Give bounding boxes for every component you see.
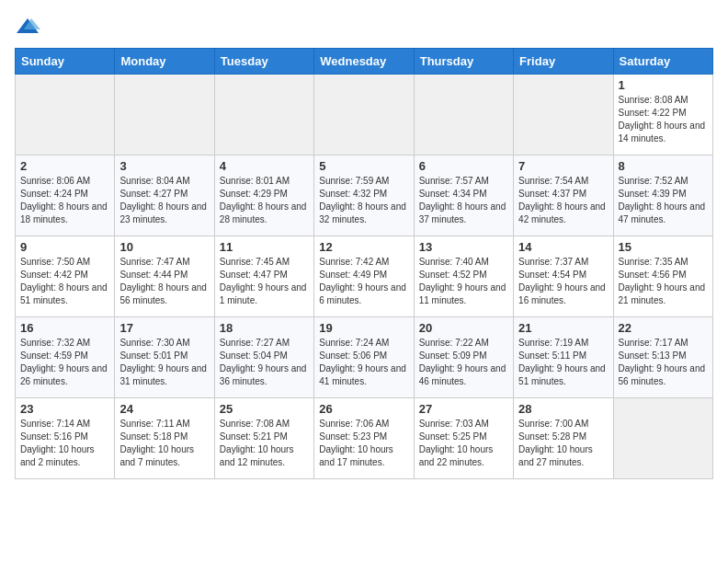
day-info: Sunrise: 7:32 AM Sunset: 4:59 PM Dayligh…: [20, 337, 109, 388]
weekday-header-friday: Friday: [514, 49, 613, 75]
calendar-cell: 15Sunrise: 7:35 AM Sunset: 4:56 PM Dayli…: [613, 236, 712, 317]
weekday-header-thursday: Thursday: [414, 49, 513, 75]
calendar-cell: 2Sunrise: 8:06 AM Sunset: 4:24 PM Daylig…: [16, 155, 115, 236]
day-number: 20: [419, 321, 508, 335]
calendar-cell: [314, 75, 414, 155]
day-info: Sunrise: 7:57 AM Sunset: 4:34 PM Dayligh…: [419, 175, 508, 226]
day-number: 1: [619, 78, 708, 92]
weekday-header-wednesday: Wednesday: [314, 49, 414, 75]
calendar-cell: 27Sunrise: 7:03 AM Sunset: 5:25 PM Dayli…: [414, 398, 513, 479]
calendar-cell: 9Sunrise: 7:50 AM Sunset: 4:42 PM Daylig…: [16, 236, 115, 317]
logo-icon: [15, 15, 40, 40]
day-info: Sunrise: 8:06 AM Sunset: 4:24 PM Dayligh…: [20, 175, 109, 226]
calendar-cell: 13Sunrise: 7:40 AM Sunset: 4:52 PM Dayli…: [414, 236, 513, 317]
day-info: Sunrise: 7:50 AM Sunset: 4:42 PM Dayligh…: [20, 256, 109, 307]
calendar-cell: 22Sunrise: 7:17 AM Sunset: 5:13 PM Dayli…: [613, 317, 712, 398]
calendar-cell: [16, 75, 115, 155]
day-info: Sunrise: 7:00 AM Sunset: 5:28 PM Dayligh…: [518, 418, 608, 469]
day-number: 3: [119, 159, 209, 173]
day-info: Sunrise: 7:27 AM Sunset: 5:04 PM Dayligh…: [220, 337, 309, 388]
day-info: Sunrise: 7:11 AM Sunset: 5:18 PM Dayligh…: [119, 418, 209, 469]
day-number: 15: [619, 240, 708, 254]
day-number: 27: [419, 402, 508, 416]
calendar-table: SundayMondayTuesdayWednesdayThursdayFrid…: [15, 48, 713, 479]
weekday-header-tuesday: Tuesday: [214, 49, 313, 75]
day-number: 8: [619, 159, 708, 173]
day-number: 4: [220, 159, 309, 173]
calendar-cell: 25Sunrise: 7:08 AM Sunset: 5:21 PM Dayli…: [214, 398, 313, 479]
day-info: Sunrise: 7:24 AM Sunset: 5:06 PM Dayligh…: [319, 337, 408, 388]
day-info: Sunrise: 7:42 AM Sunset: 4:49 PM Dayligh…: [319, 256, 408, 307]
day-number: 6: [419, 159, 508, 173]
day-number: 26: [319, 402, 408, 416]
day-info: Sunrise: 7:08 AM Sunset: 5:21 PM Dayligh…: [220, 418, 309, 469]
weekday-header-saturday: Saturday: [613, 49, 712, 75]
calendar-cell: 20Sunrise: 7:22 AM Sunset: 5:09 PM Dayli…: [414, 317, 513, 398]
calendar-cell: 7Sunrise: 7:54 AM Sunset: 4:37 PM Daylig…: [514, 155, 613, 236]
day-number: 13: [419, 240, 508, 254]
day-number: 21: [518, 321, 608, 335]
calendar-cell: 19Sunrise: 7:24 AM Sunset: 5:06 PM Dayli…: [314, 317, 414, 398]
day-info: Sunrise: 7:37 AM Sunset: 4:54 PM Dayligh…: [518, 256, 608, 307]
weekday-header-sunday: Sunday: [16, 49, 115, 75]
calendar-cell: [414, 75, 513, 155]
day-number: 17: [119, 321, 209, 335]
day-info: Sunrise: 7:19 AM Sunset: 5:11 PM Dayligh…: [518, 337, 608, 388]
calendar-cell: 6Sunrise: 7:57 AM Sunset: 4:34 PM Daylig…: [414, 155, 513, 236]
day-info: Sunrise: 7:47 AM Sunset: 4:44 PM Dayligh…: [119, 256, 209, 307]
day-info: Sunrise: 7:14 AM Sunset: 5:16 PM Dayligh…: [20, 418, 109, 469]
day-info: Sunrise: 7:45 AM Sunset: 4:47 PM Dayligh…: [220, 256, 309, 307]
calendar-cell: 12Sunrise: 7:42 AM Sunset: 4:49 PM Dayli…: [314, 236, 414, 317]
day-info: Sunrise: 7:35 AM Sunset: 4:56 PM Dayligh…: [619, 256, 708, 307]
calendar-cell: 1Sunrise: 8:08 AM Sunset: 4:22 PM Daylig…: [613, 75, 712, 155]
calendar-cell: 16Sunrise: 7:32 AM Sunset: 4:59 PM Dayli…: [16, 317, 115, 398]
calendar-cell: [613, 398, 712, 479]
day-info: Sunrise: 7:30 AM Sunset: 5:01 PM Dayligh…: [119, 337, 209, 388]
calendar-cell: 11Sunrise: 7:45 AM Sunset: 4:47 PM Dayli…: [214, 236, 313, 317]
day-number: 12: [319, 240, 408, 254]
day-info: Sunrise: 8:04 AM Sunset: 4:27 PM Dayligh…: [119, 175, 209, 226]
calendar-cell: 26Sunrise: 7:06 AM Sunset: 5:23 PM Dayli…: [314, 398, 414, 479]
day-number: 11: [220, 240, 309, 254]
day-number: 18: [220, 321, 309, 335]
calendar-cell: 24Sunrise: 7:11 AM Sunset: 5:18 PM Dayli…: [115, 398, 214, 479]
day-number: 19: [319, 321, 408, 335]
day-number: 23: [20, 402, 109, 416]
day-info: Sunrise: 7:40 AM Sunset: 4:52 PM Dayligh…: [419, 256, 508, 307]
calendar-cell: 10Sunrise: 7:47 AM Sunset: 4:44 PM Dayli…: [115, 236, 214, 317]
day-info: Sunrise: 7:54 AM Sunset: 4:37 PM Dayligh…: [518, 175, 608, 226]
day-number: 22: [619, 321, 708, 335]
calendar-cell: 14Sunrise: 7:37 AM Sunset: 4:54 PM Dayli…: [514, 236, 613, 317]
calendar-cell: 21Sunrise: 7:19 AM Sunset: 5:11 PM Dayli…: [514, 317, 613, 398]
day-number: 10: [119, 240, 209, 254]
day-number: 14: [518, 240, 608, 254]
calendar-cell: 5Sunrise: 7:59 AM Sunset: 4:32 PM Daylig…: [314, 155, 414, 236]
day-info: Sunrise: 8:08 AM Sunset: 4:22 PM Dayligh…: [619, 94, 708, 145]
day-info: Sunrise: 7:03 AM Sunset: 5:25 PM Dayligh…: [419, 418, 508, 469]
header: [15, 15, 713, 40]
day-info: Sunrise: 7:22 AM Sunset: 5:09 PM Dayligh…: [419, 337, 508, 388]
day-number: 2: [20, 159, 109, 173]
calendar-cell: [514, 75, 613, 155]
day-number: 9: [20, 240, 109, 254]
day-info: Sunrise: 7:06 AM Sunset: 5:23 PM Dayligh…: [319, 418, 408, 469]
day-number: 28: [518, 402, 608, 416]
day-info: Sunrise: 7:59 AM Sunset: 4:32 PM Dayligh…: [319, 175, 408, 226]
calendar-cell: 28Sunrise: 7:00 AM Sunset: 5:28 PM Dayli…: [514, 398, 613, 479]
calendar-cell: 3Sunrise: 8:04 AM Sunset: 4:27 PM Daylig…: [115, 155, 214, 236]
day-number: 5: [319, 159, 408, 173]
calendar-cell: 17Sunrise: 7:30 AM Sunset: 5:01 PM Dayli…: [115, 317, 214, 398]
calendar-header: SundayMondayTuesdayWednesdayThursdayFrid…: [16, 49, 713, 75]
day-number: 7: [518, 159, 608, 173]
calendar-cell: 23Sunrise: 7:14 AM Sunset: 5:16 PM Dayli…: [16, 398, 115, 479]
day-info: Sunrise: 8:01 AM Sunset: 4:29 PM Dayligh…: [220, 175, 309, 226]
calendar-body: 1Sunrise: 8:08 AM Sunset: 4:22 PM Daylig…: [16, 75, 713, 479]
day-number: 16: [20, 321, 109, 335]
calendar-cell: 18Sunrise: 7:27 AM Sunset: 5:04 PM Dayli…: [214, 317, 313, 398]
day-info: Sunrise: 7:52 AM Sunset: 4:39 PM Dayligh…: [619, 175, 708, 226]
day-number: 24: [119, 402, 209, 416]
calendar-cell: [214, 75, 313, 155]
calendar-cell: 8Sunrise: 7:52 AM Sunset: 4:39 PM Daylig…: [613, 155, 712, 236]
day-number: 25: [220, 402, 309, 416]
calendar-cell: 4Sunrise: 8:01 AM Sunset: 4:29 PM Daylig…: [214, 155, 313, 236]
